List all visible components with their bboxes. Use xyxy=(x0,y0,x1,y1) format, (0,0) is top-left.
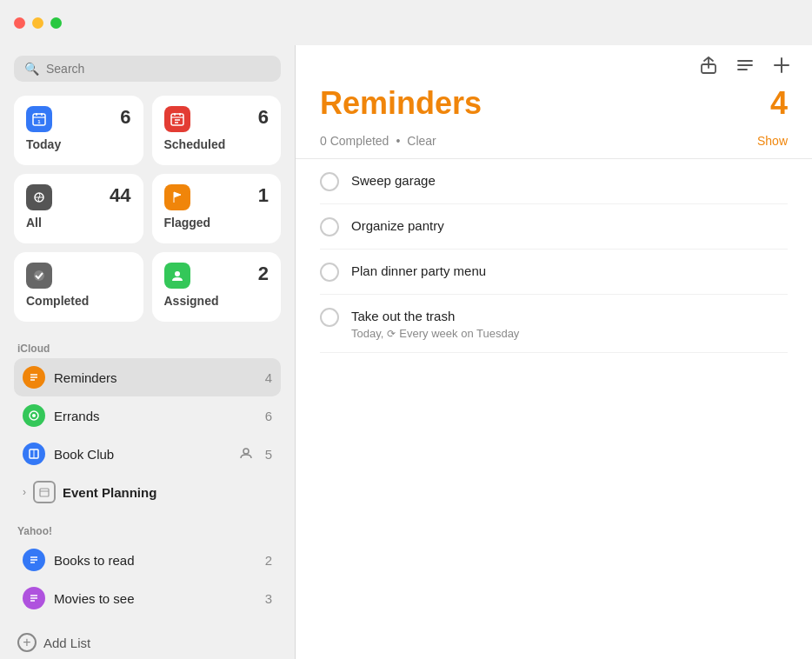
reminders-list-icon xyxy=(23,366,45,389)
view-options-button[interactable] xyxy=(735,56,755,75)
show-button[interactable]: Show xyxy=(757,134,788,148)
flagged-icon xyxy=(164,184,190,210)
books-list-name: Books to read xyxy=(54,553,256,568)
minimize-button[interactable] xyxy=(32,17,43,29)
bookclub-list-icon xyxy=(23,443,45,465)
reminder-title: Sweep garage xyxy=(351,171,788,190)
completed-bar: 0 Completed • Clear Show xyxy=(296,129,812,159)
books-list-count: 2 xyxy=(265,553,272,568)
recur-icon: ⟳ xyxy=(387,328,396,340)
svg-point-22 xyxy=(243,449,249,454)
reminders-list-name: Reminders xyxy=(54,370,256,385)
reminder-checkbox[interactable] xyxy=(320,217,339,236)
reminder-checkbox[interactable] xyxy=(320,263,339,282)
smart-list-scheduled[interactable]: 6 Scheduled xyxy=(152,96,282,165)
assigned-count: 2 xyxy=(258,263,269,285)
assigned-icon xyxy=(164,263,190,289)
sidebar-item-bookclub[interactable]: Book Club 5 xyxy=(14,435,281,473)
svg-text:1: 1 xyxy=(37,119,41,124)
yahoo-section-header: Yahoo! xyxy=(14,525,281,537)
movies-list-icon xyxy=(23,587,45,609)
flagged-label: Flagged xyxy=(164,216,270,230)
completed-label: Completed xyxy=(26,294,131,308)
smart-list-all[interactable]: 44 All xyxy=(14,174,143,243)
event-planning-name: Event Planning xyxy=(63,485,156,500)
search-bar[interactable]: 🔍 xyxy=(14,56,281,82)
sidebar-item-books[interactable]: Books to read 2 xyxy=(14,541,281,579)
all-label: All xyxy=(26,216,131,230)
reminder-subtitle: Today, ⟳ Every week on Tuesday xyxy=(351,327,788,340)
svg-point-14 xyxy=(175,271,180,276)
maximize-button[interactable] xyxy=(50,17,62,29)
reminders-list-count: 4 xyxy=(265,370,272,385)
share-button[interactable] xyxy=(699,56,718,75)
smart-lists-grid: 1 6 Today xyxy=(14,96,281,322)
dot-separator: • xyxy=(396,134,400,148)
add-reminder-button[interactable] xyxy=(772,56,791,75)
sidebar: 🔍 1 6 Toda xyxy=(0,45,296,659)
reminders-header: Reminders 4 xyxy=(296,85,812,129)
svg-point-13 xyxy=(34,270,44,281)
reminder-item-plan-dinner[interactable]: Plan dinner party menu xyxy=(320,250,788,295)
sidebar-item-reminders[interactable]: Reminders 4 xyxy=(14,358,281,396)
all-icon xyxy=(26,184,52,210)
reminder-date: Today, xyxy=(351,327,383,340)
scheduled-icon xyxy=(164,106,190,132)
reminder-item-sweep-garage[interactable]: Sweep garage xyxy=(320,159,788,204)
scheduled-count: 6 xyxy=(258,106,269,129)
reminder-item-take-trash[interactable]: Take out the trash Today, ⟳ Every week o… xyxy=(320,295,788,353)
event-planning-icon xyxy=(33,481,56,503)
completed-icon xyxy=(26,263,52,289)
errands-list-count: 6 xyxy=(265,409,272,423)
completed-text: 0 Completed xyxy=(320,134,389,148)
sidebar-item-event-planning[interactable]: › Event Planning xyxy=(14,473,281,511)
icloud-section: iCloud Reminders 4 xyxy=(14,343,281,511)
bookclub-list-name: Book Club xyxy=(54,447,230,462)
main-content: Reminders 4 0 Completed • Clear Show Swe… xyxy=(296,45,812,659)
sidebar-item-errands[interactable]: Errands 6 xyxy=(14,396,281,435)
svg-rect-23 xyxy=(40,489,49,496)
sidebar-item-movies[interactable]: Movies to see 3 xyxy=(14,579,281,617)
smart-list-assigned[interactable]: 2 Assigned xyxy=(152,252,282,322)
close-button[interactable] xyxy=(14,17,25,29)
reminders-list: Sweep garage Organize pantry Plan dinner… xyxy=(296,159,812,659)
today-label: Today xyxy=(26,137,131,151)
smart-list-flagged[interactable]: 1 Flagged xyxy=(152,174,282,243)
yahoo-section: Yahoo! Books to read 2 xyxy=(14,525,281,617)
chevron-right-icon: › xyxy=(23,486,26,498)
app-container: 🔍 1 6 Toda xyxy=(0,45,812,659)
smart-list-today[interactable]: 1 6 Today xyxy=(14,96,143,165)
reminder-title: Take out the trash xyxy=(351,307,788,325)
scheduled-label: Scheduled xyxy=(164,137,270,151)
search-icon: 🔍 xyxy=(24,62,39,76)
today-icon: 1 xyxy=(26,106,52,132)
reminder-title: Plan dinner party menu xyxy=(351,262,788,280)
today-count: 6 xyxy=(120,106,130,129)
toolbar xyxy=(296,45,812,85)
reminder-checkbox[interactable] xyxy=(320,308,339,327)
clear-label[interactable]: Clear xyxy=(407,134,436,148)
assigned-label: Assigned xyxy=(164,294,270,308)
smart-list-completed[interactable]: Completed xyxy=(14,252,143,322)
reminders-title: Reminders xyxy=(320,85,482,122)
movies-list-count: 3 xyxy=(265,591,272,606)
reminders-count: 4 xyxy=(770,85,788,122)
window-controls xyxy=(14,17,62,29)
svg-point-19 xyxy=(32,414,36,417)
title-bar xyxy=(0,0,812,45)
shared-icon xyxy=(239,446,253,463)
add-list-icon: + xyxy=(17,633,37,652)
reminder-checkbox[interactable] xyxy=(320,172,339,191)
books-list-icon xyxy=(23,549,45,571)
search-input[interactable] xyxy=(46,62,270,76)
all-count: 44 xyxy=(110,184,130,207)
reminder-item-organize-pantry[interactable]: Organize pantry xyxy=(320,204,788,250)
reminder-recurrence: Every week on Tuesday xyxy=(399,327,519,340)
reminder-title: Organize pantry xyxy=(351,216,788,235)
movies-list-name: Movies to see xyxy=(54,591,256,606)
errands-list-name: Errands xyxy=(54,409,256,423)
bookclub-list-count: 5 xyxy=(265,447,272,462)
add-list-label: Add List xyxy=(43,636,90,650)
flagged-count: 1 xyxy=(258,184,269,207)
add-list-button[interactable]: + Add List xyxy=(14,624,281,659)
